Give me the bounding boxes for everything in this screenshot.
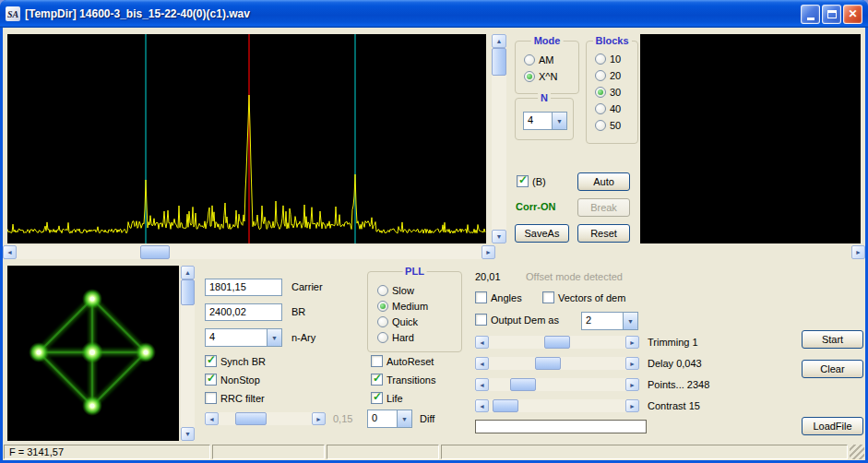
life-checkbox[interactable]: Life [371, 392, 403, 404]
scroll-down-icon[interactable]: ▼ [492, 230, 506, 243]
scroll-thumb[interactable] [181, 279, 195, 305]
scroll-track[interactable] [489, 357, 625, 370]
scroll-left-icon[interactable]: ◄ [3, 245, 17, 259]
chevron-down-icon[interactable]: ▼ [623, 313, 637, 329]
maximize-button[interactable] [822, 5, 841, 24]
minimize-button[interactable] [801, 5, 820, 24]
app-window: SA [TempDir] 14600-3_bis_15-22-40(0)(c1)… [0, 0, 868, 463]
scroll-up-icon[interactable]: ▲ [181, 266, 195, 279]
start-button[interactable]: Start [802, 330, 863, 349]
chevron-down-icon[interactable]: ▼ [267, 329, 281, 346]
delay-slider[interactable]: ◄ ► [475, 357, 639, 370]
scroll-right-icon[interactable]: ► [625, 336, 639, 349]
scroll-right-icon[interactable]: ► [625, 378, 639, 391]
scroll-down-icon[interactable]: ▼ [181, 427, 195, 441]
scroll-thumb[interactable] [492, 48, 506, 76]
scroll-thumb[interactable] [235, 412, 267, 425]
radio-blocks-30[interactable]: 30 [595, 87, 621, 98]
constellation-panel[interactable] [7, 266, 179, 441]
radio-blocks-50[interactable]: 50 [595, 120, 621, 131]
scroll-left-icon[interactable]: ◄ [205, 412, 219, 425]
resize-grip[interactable] [850, 445, 864, 459]
scroll-thumb[interactable] [140, 245, 170, 259]
clear-button[interactable]: Clear [802, 360, 863, 378]
spectrum-panel[interactable] [7, 34, 486, 243]
scroll-thumb[interactable] [493, 399, 518, 412]
diff-select[interactable]: 0 ▼ [367, 410, 412, 428]
scroll-left-icon[interactable]: ◄ [475, 336, 489, 349]
b-checkbox[interactable]: (B) [517, 175, 546, 187]
auto-button[interactable]: Auto [577, 172, 630, 191]
radio-pll-slow[interactable]: Slow [377, 285, 414, 296]
scroll-track[interactable] [492, 48, 506, 230]
radio-blocks-20[interactable]: 20 [595, 70, 621, 81]
contrast-slider[interactable]: ◄ ► [475, 399, 639, 412]
synch-br-checkbox-label: Synch BR [220, 356, 266, 367]
transitions-checkbox-label: Transitions [386, 374, 435, 386]
radio-am-indicator [524, 54, 535, 65]
synch-br-checkbox-box [205, 355, 217, 367]
scroll-right-icon[interactable]: ► [482, 245, 495, 259]
output-dem-as-checkbox[interactable]: Output Dem as [475, 314, 559, 326]
constellation-v-scrollbar[interactable]: ▲ ▼ [181, 266, 195, 441]
scroll-track[interactable] [489, 399, 625, 412]
nonstop-checkbox[interactable]: NonStop [205, 374, 260, 386]
chevron-down-icon[interactable]: ▼ [397, 410, 411, 427]
close-button[interactable]: ✕ [843, 5, 862, 24]
scroll-track[interactable] [489, 378, 625, 391]
transitions-checkbox[interactable]: Transitions [371, 374, 435, 386]
radio-xn[interactable]: X^N [524, 71, 557, 82]
br-label: BR [291, 306, 305, 317]
blocks-group: Blocks 10 20 30 40 50 [586, 41, 638, 144]
radio-blocks-50-indicator [595, 120, 606, 131]
rrc-rolloff-scrollbar[interactable]: ◄ ► [205, 412, 326, 425]
scroll-track[interactable] [489, 336, 625, 349]
scroll-thumb[interactable] [510, 378, 536, 391]
trimming-slider[interactable]: ◄ ► [475, 336, 639, 349]
diff-label: Diff [420, 413, 434, 424]
scroll-left-icon[interactable]: ◄ [475, 399, 489, 412]
secondary-display-panel[interactable] [640, 34, 861, 243]
titlebar[interactable]: SA [TempDir] 14600-3_bis_15-22-40(0)(c1)… [0, 0, 868, 28]
radio-pll-hard-label: Hard [392, 332, 414, 343]
scroll-thumb[interactable] [544, 336, 570, 349]
scroll-right-icon[interactable]: ► [625, 399, 639, 412]
radio-pll-quick[interactable]: Quick [377, 316, 418, 327]
chevron-down-icon[interactable]: ▼ [552, 113, 566, 129]
radio-am[interactable]: AM [524, 54, 554, 65]
autoreset-checkbox[interactable]: AutoReset [371, 355, 434, 367]
saveas-button[interactable]: SaveAs [515, 224, 569, 243]
radio-pll-hard[interactable]: Hard [377, 332, 414, 343]
scroll-right-icon[interactable]: ► [625, 357, 639, 370]
vectors-of-dem-checkbox[interactable]: Vectors of dem [542, 291, 625, 303]
output-dem-as-select[interactable]: 2 ▼ [581, 312, 638, 330]
scroll-track[interactable] [17, 245, 482, 259]
app-icon[interactable]: SA [6, 6, 20, 21]
br-input[interactable]: 2400,02 [205, 303, 282, 321]
radio-blocks-40[interactable]: 40 [595, 103, 621, 114]
scroll-right-icon[interactable]: ► [312, 412, 326, 425]
rrc-filter-checkbox[interactable]: RRC filter [205, 392, 265, 404]
radio-blocks-10[interactable]: 10 [595, 53, 621, 65]
scroll-left-icon[interactable]: ◄ [475, 378, 489, 391]
right-panel-scroll-right-icon[interactable]: ► [851, 245, 865, 259]
carrier-input[interactable]: 1801,15 [205, 279, 282, 296]
break-button[interactable]: Break [577, 198, 630, 217]
loadfile-button[interactable]: LoadFile [802, 417, 863, 435]
reset-button[interactable]: Reset [577, 224, 630, 243]
n-select[interactable]: 4 ▼ [523, 112, 567, 130]
spectrum-h-scrollbar[interactable]: ◄ ► [3, 245, 495, 259]
points-slider[interactable]: ◄ ► [475, 378, 639, 391]
scroll-up-icon[interactable]: ▲ [492, 34, 506, 48]
scroll-thumb[interactable] [535, 357, 561, 370]
scroll-track[interactable] [181, 279, 195, 427]
nary-select[interactable]: 4 ▼ [205, 328, 282, 347]
spectrum-v-scrollbar[interactable]: ▲ ▼ [492, 34, 506, 243]
radio-pll-medium[interactable]: Medium [377, 301, 428, 312]
output-dem-as-checkbox-box [475, 314, 487, 326]
radio-blocks-10-indicator [595, 53, 606, 65]
angles-checkbox[interactable]: Angles [475, 291, 522, 303]
scroll-track[interactable] [219, 412, 312, 425]
scroll-left-icon[interactable]: ◄ [475, 357, 489, 370]
synch-br-checkbox[interactable]: Synch BR [205, 355, 266, 367]
